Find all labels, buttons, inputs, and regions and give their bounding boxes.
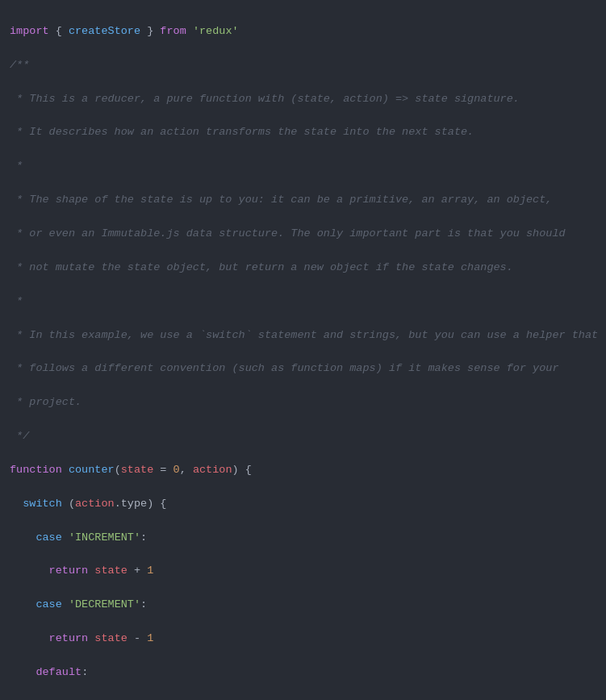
line-6: * The shape of the state is up to you: i… — [10, 192, 596, 209]
line-17: return state + 1 — [10, 563, 596, 580]
line-10: * In this example, we use a `switch` sta… — [10, 327, 596, 344]
line-3: * This is a reducer, a pure function wit… — [10, 91, 596, 108]
line-18: case 'DECREMENT': — [10, 597, 596, 614]
line-8: * not mutate the state object, but retur… — [10, 260, 596, 277]
code-editor: import { createStore } from 'redux' /** … — [0, 0, 606, 700]
line-16: case 'INCREMENT': — [10, 530, 596, 547]
line-13: */ — [10, 428, 596, 445]
line-14: function counter(state = 0, action) { — [10, 462, 596, 479]
line-5: * — [10, 158, 596, 175]
line-4: * It describes how an action transforms … — [10, 124, 596, 141]
line-12: * project. — [10, 394, 596, 411]
line-9: * — [10, 294, 596, 310]
line-19: return state - 1 — [10, 631, 596, 648]
line-7: * or even an Immutable.js data structure… — [10, 226, 596, 243]
line-2: /** — [10, 57, 596, 74]
line-1: import { createStore } from 'redux' — [10, 23, 596, 40]
line-20: default: — [10, 665, 596, 681]
line-11: * follows a different convention (such a… — [10, 360, 596, 377]
line-15: switch (action.type) { — [10, 496, 596, 513]
